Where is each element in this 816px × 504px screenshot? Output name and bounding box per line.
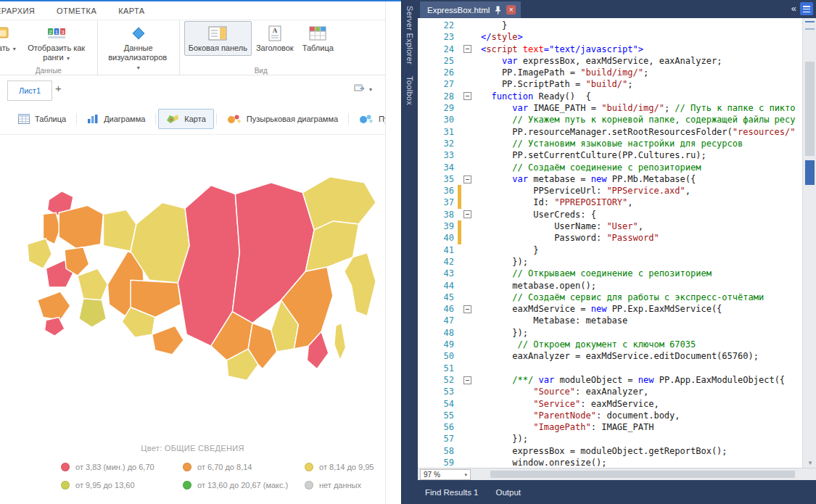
code-line[interactable]: 25 var expressBox, eaxMdService, eaxAnal… bbox=[418, 55, 802, 67]
code-line[interactable]: 57 }); bbox=[418, 433, 802, 445]
add-sheet-button[interactable]: + bbox=[55, 83, 62, 94]
code-line[interactable]: 52 /**/ var moduleObject = new PP.App.Ea… bbox=[418, 374, 802, 386]
ribbon-button[interactable]: Данные визуализаторов ▾ bbox=[102, 21, 175, 75]
scroll-down-arrow-icon[interactable]: ▾ bbox=[803, 459, 816, 466]
ribbon-tab[interactable]: КАРТА bbox=[118, 7, 144, 15]
map-region[interactable] bbox=[78, 268, 108, 301]
menu-icon[interactable] bbox=[800, 2, 813, 15]
code-line[interactable]: 37 Id: "PPREPOSITORY", bbox=[418, 197, 802, 208]
pin-icon[interactable] bbox=[495, 6, 501, 15]
breakpoint-margin bbox=[418, 421, 429, 433]
fold-margin[interactable] bbox=[461, 303, 474, 315]
fold-collapse-icon[interactable] bbox=[463, 376, 471, 384]
map-region[interactable] bbox=[28, 239, 52, 269]
code-line[interactable]: 45 // Создаём сервис для работы с экспре… bbox=[418, 292, 802, 303]
vs-side-tab[interactable]: Toolbox bbox=[405, 76, 414, 105]
code-line[interactable]: 58 expressBox = moduleObject.getReportBo… bbox=[418, 445, 802, 457]
view-tab[interactable]: Диаграмма bbox=[79, 109, 153, 129]
vertical-scrollbar[interactable]: ▾ bbox=[802, 18, 816, 468]
map-region[interactable] bbox=[38, 292, 70, 321]
ribbon-button[interactable]: AЗаголовок bbox=[252, 21, 298, 56]
line-number: 58 bbox=[429, 445, 456, 457]
code-line[interactable]: 54 "Service": eaxMdService, bbox=[418, 398, 802, 410]
legend-item: от 9,95 до 13,60 bbox=[61, 481, 135, 489]
code-line[interactable]: 27 PP.ScriptPath = "build/"; bbox=[418, 78, 802, 90]
zoom-control[interactable]: 97 % ▾ bbox=[420, 469, 471, 480]
map-region[interactable] bbox=[152, 326, 184, 355]
fold-margin bbox=[461, 421, 474, 433]
code-editor[interactable]: 22 }23</style>24<script text="text/javas… bbox=[418, 18, 802, 468]
fold-collapse-icon[interactable] bbox=[463, 45, 471, 53]
code-line[interactable]: 26 PP.ImagePath = "build/img/"; bbox=[418, 67, 802, 78]
bottom-panel-tab[interactable]: Output bbox=[496, 488, 522, 497]
view-tab[interactable]: Пузырьковая диаграмма bbox=[219, 109, 346, 129]
scrollbar-thumb[interactable] bbox=[805, 62, 815, 156]
ribbon-button[interactable]: Таблица bbox=[298, 21, 338, 56]
map-region[interactable] bbox=[44, 318, 65, 336]
code-line[interactable]: 28 function Ready() { bbox=[418, 91, 802, 102]
fold-collapse-icon[interactable] bbox=[463, 175, 471, 183]
code-line[interactable]: 34 // Создаём соединение с репозиторием bbox=[418, 162, 802, 173]
code-line[interactable]: 55 "ParentNode": document.body, bbox=[418, 410, 802, 421]
code-line[interactable]: 59 window.onresize(); bbox=[418, 457, 802, 468]
code-line[interactable]: 43 // Открываем соединение с репозиторие… bbox=[418, 268, 802, 279]
code-line[interactable]: 56 "ImagePath": IMAGE_PATH bbox=[418, 421, 802, 433]
ribbon-tab[interactable]: ОТМЕТКА bbox=[57, 7, 96, 15]
line-number: 50 bbox=[429, 350, 456, 362]
code-line[interactable]: 49 // Откроем документ с ключом 67035 bbox=[418, 339, 802, 350]
code-line[interactable]: 23</style> bbox=[418, 31, 802, 43]
sheet-tab[interactable]: Лист1 bbox=[7, 80, 52, 101]
fold-margin[interactable] bbox=[461, 91, 474, 102]
map-region[interactable] bbox=[345, 253, 376, 316]
fold-margin[interactable] bbox=[461, 374, 474, 386]
view-tab[interactable]: Карта bbox=[158, 109, 213, 129]
code-line[interactable]: 42 }); bbox=[418, 256, 802, 268]
fold-margin[interactable] bbox=[461, 44, 474, 55]
fold-margin[interactable] bbox=[461, 173, 474, 185]
splitter-grip-icon[interactable] bbox=[805, 21, 815, 30]
code-text: // Создаём соединение с репозиторием bbox=[474, 162, 701, 173]
view-tab[interactable]: Таблица bbox=[10, 109, 74, 129]
code-line[interactable]: 30 // Укажем путь к корневой папке, соде… bbox=[418, 114, 802, 125]
fold-collapse-icon[interactable] bbox=[463, 305, 471, 313]
map-region[interactable] bbox=[79, 299, 107, 328]
close-icon[interactable]: × bbox=[506, 5, 516, 15]
code-line[interactable]: 39 UserName: "User", bbox=[418, 220, 802, 232]
code-line[interactable]: 47 Metabase: metabase bbox=[418, 315, 802, 326]
document-tab[interactable]: ExpressBox.html × bbox=[420, 1, 521, 18]
ribbon-tab[interactable]: ЕРАРХИЯ bbox=[0, 7, 35, 15]
map-region[interactable] bbox=[59, 205, 103, 248]
code-line[interactable]: 44 metabase.open(); bbox=[418, 280, 802, 292]
code-line[interactable]: 46 eaxMdService = new PP.Exp.EaxMdServic… bbox=[418, 303, 802, 315]
code-line[interactable]: 40 Password: "Password" bbox=[418, 232, 802, 244]
fold-collapse-icon[interactable] bbox=[463, 210, 471, 218]
line-number: 57 bbox=[429, 433, 456, 445]
collapse-chevrons-icon[interactable]: « bbox=[791, 3, 796, 14]
code-line[interactable]: 29 var IMAGE_PATH = "build/img/"; // Пут… bbox=[418, 102, 802, 114]
fold-margin[interactable] bbox=[461, 209, 474, 220]
bottom-panel-tab[interactable]: Find Results 1 bbox=[425, 488, 479, 497]
hscrollbar-thumb[interactable] bbox=[490, 471, 795, 478]
code-line[interactable]: 41 } bbox=[418, 244, 802, 256]
code-line[interactable]: 22 } bbox=[418, 20, 802, 31]
breakpoint-margin bbox=[418, 374, 429, 386]
sheet-options-button[interactable]: ▾ bbox=[354, 83, 372, 96]
code-line[interactable]: 33 PP.setCurrentCulture(PP.Cultures.ru); bbox=[418, 149, 802, 161]
vs-side-tab[interactable]: Server Explorer bbox=[405, 6, 414, 65]
view-tab-separator bbox=[216, 113, 217, 125]
code-line[interactable]: 35 var metabase = new PP.Mb.Metabase({ bbox=[418, 173, 802, 185]
code-line[interactable]: 36 PPServiceUrl: "PPService.axd", bbox=[418, 185, 802, 197]
code-line[interactable]: 24<script text="text/javascript"> bbox=[418, 44, 802, 55]
fold-collapse-icon[interactable] bbox=[463, 92, 471, 100]
map-region[interactable] bbox=[334, 323, 346, 360]
code-line[interactable]: 48 }); bbox=[418, 327, 802, 339]
code-line[interactable]: 31 PP.resourceManager.setRootResourcesFo… bbox=[418, 126, 802, 138]
code-line[interactable]: 50 eaxAnalyzer = eaxMdService.editDocume… bbox=[418, 350, 802, 362]
ribbon-button[interactable]: 213Отобразить как ранги ▾ bbox=[20, 21, 93, 65]
code-line[interactable]: 53 "Source": eaxAnalyzer, bbox=[418, 386, 802, 397]
code-line[interactable]: 38 UserCreds: { bbox=[418, 209, 802, 220]
ribbon-button[interactable]: зовать ▾ bbox=[0, 21, 20, 56]
code-line[interactable]: 51 bbox=[418, 363, 802, 374]
code-line[interactable]: 32 // Установим языковые настройки для р… bbox=[418, 138, 802, 149]
ribbon-button[interactable]: Боковая панель bbox=[184, 21, 252, 56]
